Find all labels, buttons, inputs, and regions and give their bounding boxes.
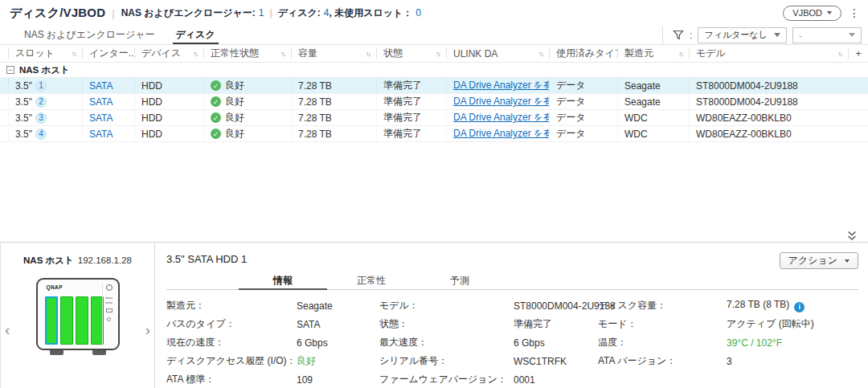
cell-model: ST8000DM004-2U9188 — [689, 94, 868, 109]
table-row[interactable]: 3.5" 4SATAHDD✓良好7.28 TB準備完了DA Drive Anal… — [0, 126, 868, 142]
column-header-label: モデル — [696, 47, 726, 59]
nas-name: NAS ホスト — [23, 255, 74, 265]
cell-status: 準備完了 — [376, 126, 446, 141]
column-header: スロット↑↓ — [8, 47, 82, 59]
cell-device: HDD — [134, 126, 203, 141]
slot-number-badge: 3 — [35, 112, 47, 124]
detail-label: 現在の速度： — [166, 336, 297, 349]
interface-link[interactable]: SATA — [89, 112, 113, 124]
cell-used-type: データ — [549, 126, 617, 141]
interface-link[interactable]: SATA — [89, 96, 113, 108]
sort-icon[interactable]: ↑↓ — [678, 50, 684, 58]
cell-slot: 3.5" 3 — [8, 110, 82, 125]
cell-vendor: Seagate — [617, 78, 689, 93]
detail-tab-2[interactable]: 予測 — [416, 272, 504, 289]
cell-health: ✓良好 — [203, 94, 291, 109]
da-analyzer-link[interactable]: DA Drive Analyzer を有効化 — [453, 95, 549, 108]
nas-foot — [92, 350, 106, 355]
cell-vendor: Seagate — [617, 94, 689, 109]
detail-tab-1[interactable]: 正常性 — [327, 272, 416, 289]
summary-count: 4 — [324, 7, 330, 18]
more-menu-icon[interactable]: ⋮ — [849, 6, 860, 19]
cell-vendor: WDC — [617, 110, 689, 125]
column-header-label: 製造元 — [624, 47, 653, 59]
detail-tab-0[interactable]: 情報 — [239, 272, 327, 290]
chevron-down-icon — [774, 33, 780, 37]
main-tab-0[interactable]: NAS およびエンクロージャー — [21, 26, 158, 44]
cell-vendor: WDC — [617, 126, 689, 141]
main-tab-1[interactable]: ディスク — [173, 26, 219, 44]
cell-interface: SATA — [82, 78, 134, 93]
cell-interface: SATA — [82, 126, 134, 141]
sort-icon[interactable]: ↑↓ — [436, 50, 441, 58]
sort-icon[interactable]: ↑↓ — [72, 50, 77, 58]
cell-ulink: DA Drive Analyzer を有効化 — [446, 94, 549, 109]
chevron-down-icon — [827, 11, 832, 14]
cell-status: 準備完了 — [376, 78, 446, 93]
column-header-label: 状態 — [383, 47, 403, 59]
drive-bay-3[interactable] — [76, 296, 88, 345]
collapse-group-icon[interactable]: − — [6, 66, 14, 74]
table-header-row: スロット↑↓インター...↑↓デバイス↑↓正常性状態↑↓容量↑↓状態↑↓ULIN… — [0, 45, 868, 63]
nas-selector-pane: NAS ホスト192.168.1.28 ‹ › QNAP — [1, 243, 155, 388]
usb-port-icon — [106, 308, 113, 312]
filter-secondary-select[interactable]: - — [792, 27, 862, 43]
info-icon[interactable]: i — [794, 302, 805, 312]
detail-value: 0001 — [514, 374, 598, 386]
power-button-icon — [106, 284, 113, 291]
prev-nas-icon[interactable]: ‹ — [5, 325, 10, 336]
vjbod-button[interactable]: VJBOD — [783, 6, 841, 21]
interface-link[interactable]: SATA — [89, 80, 113, 92]
page-header: ディスク/VJBOD | NAS およびエンクロージャー:1|ディスク:4, 未… — [0, 0, 868, 26]
cell-ulink: DA Drive Analyzer を有効化 — [446, 110, 549, 125]
cell-interface: SATA — [82, 94, 134, 109]
nas-ip: 192.168.1.28 — [78, 255, 132, 265]
cell-health: ✓良好 — [203, 126, 291, 141]
cell-capacity: 7.28 TB — [291, 78, 376, 93]
drive-bay-2[interactable] — [60, 296, 73, 345]
detail-value: SATA — [297, 319, 379, 330]
filter-select[interactable]: フィルターなし — [698, 27, 787, 43]
health-label: 良好 — [225, 95, 244, 108]
da-analyzer-link[interactable]: DA Drive Analyzer を有効化 — [453, 79, 549, 92]
da-analyzer-link[interactable]: DA Drive Analyzer を有効化 — [453, 111, 549, 125]
detail-label: ATA バージョン： — [598, 354, 727, 368]
copy-button-icon — [107, 317, 111, 321]
detail-label: ディスクアクセス履歴 (I/O)： — [166, 354, 297, 368]
detail-value: 39°C / 102°F — [727, 337, 858, 349]
sort-icon[interactable]: ↑↓ — [280, 50, 286, 58]
cell-status: 準備完了 — [376, 110, 446, 125]
detail-value: 3 — [727, 356, 858, 367]
interface-link[interactable]: SATA — [89, 129, 113, 140]
cell-slot: 3.5" 1 — [8, 78, 82, 93]
sort-icon[interactable]: ↑↓ — [193, 50, 199, 58]
collapse-panel-button[interactable] — [843, 230, 861, 242]
cell-status: 準備完了 — [376, 94, 446, 109]
cell-health: ✓良好 — [203, 110, 291, 125]
next-nas-icon[interactable]: › — [145, 325, 150, 336]
cell-model: WD80EAZZ-00BKLB0 — [689, 110, 868, 125]
summary-label: NAS およびエンクロージャー: — [121, 6, 256, 20]
filter-bar: : フィルターなし - — [662, 26, 868, 44]
column-header: デバイス↑↓ — [134, 47, 203, 59]
table-row[interactable]: 3.5" 3SATAHDD✓良好7.28 TB準備完了DA Drive Anal… — [0, 110, 868, 126]
sort-icon[interactable]: ↑↓ — [837, 50, 843, 58]
detail-label: ATA 標準： — [166, 373, 297, 386]
add-column-button[interactable]: + — [848, 47, 868, 59]
nas-front-controls — [102, 284, 116, 346]
action-button[interactable]: アクション — [780, 252, 858, 269]
cell-slot: 3.5" 4 — [8, 126, 82, 141]
detail-label: 最大速度： — [379, 336, 514, 349]
table-row[interactable]: 3.5" 2SATAHDD✓良好7.28 TB準備完了DA Drive Anal… — [0, 94, 868, 110]
sort-icon[interactable]: ↑↓ — [538, 50, 544, 58]
column-header: 容量↑↓ — [291, 47, 376, 59]
da-analyzer-link[interactable]: DA Drive Analyzer を有効化 — [453, 127, 549, 141]
column-header: モデル↑↓ — [689, 47, 848, 59]
group-row-nas-host[interactable]: − NAS ホスト — [0, 63, 868, 78]
detail-value: 6 Gbps — [297, 337, 379, 349]
sort-icon[interactable]: ↑↓ — [366, 50, 371, 58]
detail-label: モード： — [598, 317, 727, 331]
drive-bay-1[interactable] — [45, 296, 58, 345]
detail-label: 状態： — [379, 317, 514, 331]
table-row[interactable]: 3.5" 1SATAHDD✓良好7.28 TB準備完了DA Drive Anal… — [0, 78, 868, 94]
